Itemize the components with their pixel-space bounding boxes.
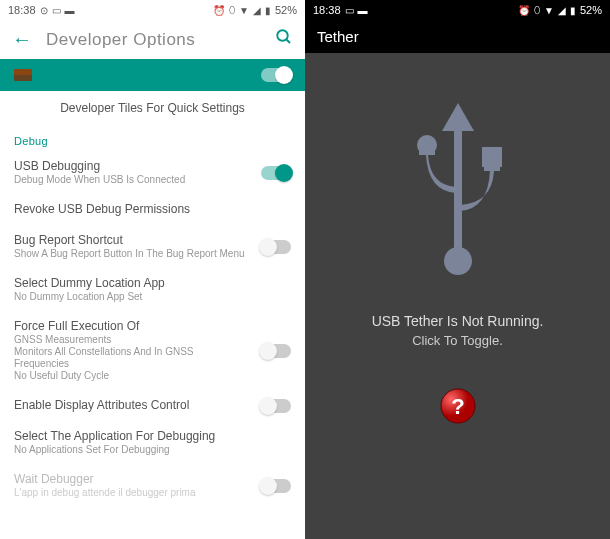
dummy-location-item[interactable]: Select Dummy Location App No Dummy Locat… (0, 268, 305, 311)
svg-text:?: ? (451, 394, 464, 419)
wifi-icon: ▼ (239, 5, 249, 16)
notification-icon: ▭ (52, 5, 61, 16)
tether-hint-text: Click To Toggle. (412, 333, 503, 348)
bug-report-toggle[interactable] (261, 240, 291, 254)
wait-debugger-item[interactable]: Wait Debugger L'app in debug attende il … (0, 464, 305, 507)
wait-debugger-title: Wait Debugger (14, 472, 249, 486)
wait-debugger-subtitle: L'app in debug attende il debugger prima (14, 487, 249, 499)
svg-marker-3 (442, 103, 474, 131)
main-toggle[interactable] (261, 68, 291, 82)
display-attrs-title: Enable Display Attributes Control (14, 398, 249, 412)
revoke-permissions-item[interactable]: Revoke USB Debug Permissions (0, 194, 305, 225)
dummy-location-title: Select Dummy Location App (14, 276, 291, 290)
help-icon[interactable]: ? (440, 388, 476, 424)
notification-icon: ⊙ (40, 5, 48, 16)
bug-report-title: Bug Report Shortcut (14, 233, 249, 247)
link-icon: ⬯ (229, 4, 235, 16)
wifi-icon: ▼ (544, 5, 554, 16)
debug-app-item[interactable]: Select The Application For Debugging No … (0, 421, 305, 464)
display-attrs-item[interactable]: Enable Display Attributes Control (0, 390, 305, 421)
debug-app-title: Select The Application For Debugging (14, 429, 291, 443)
tether-title: Tether (317, 28, 359, 45)
tether-screen: 18:38 ▭ ▬ ⏰ ⬯ ▼ ◢ ▮ 52% Tether (305, 0, 610, 539)
settings-content: Developer Tiles For Quick Settings Debug… (0, 91, 305, 539)
svg-point-0 (277, 30, 288, 41)
usb-debugging-item[interactable]: USB Debugging Debug Mode When USB Is Con… (0, 151, 305, 194)
usb-debugging-title: USB Debugging (14, 159, 249, 173)
app-header: ← Developer Options (0, 20, 305, 59)
wait-debugger-toggle[interactable] (261, 479, 291, 493)
usb-icon[interactable] (378, 83, 538, 283)
svg-line-1 (286, 39, 290, 43)
page-title: Developer Options (46, 30, 261, 50)
usb-debugging-toggle[interactable] (261, 166, 291, 180)
usb-debugging-subtitle: Debug Mode When USB Is Connected (14, 174, 249, 186)
signal-icon: ◢ (253, 5, 261, 16)
notification-icon: ▬ (358, 5, 368, 16)
signal-icon: ◢ (558, 5, 566, 16)
link-icon: ⬯ (534, 4, 540, 16)
bug-report-subtitle: Show A Bug Report Button In The Bug Repo… (14, 248, 249, 260)
back-arrow-icon[interactable]: ← (12, 28, 32, 51)
developer-options-screen: 18:38 ⊙ ▭ ▬ ⏰ ⬯ ▼ ◢ ▮ 52% ← Developer Op… (0, 0, 305, 539)
status-time: 18:38 (313, 4, 341, 16)
revoke-title: Revoke USB Debug Permissions (14, 202, 291, 216)
svg-rect-6 (482, 147, 502, 167)
dummy-location-subtitle: No Dummy Location App Set (14, 291, 291, 303)
gnss-subtitle1: GNSS Measurements (14, 334, 249, 346)
bug-report-item[interactable]: Bug Report Shortcut Show A Bug Report Bu… (0, 225, 305, 268)
notification-icon: ▬ (65, 5, 75, 16)
gnss-subtitle2: Monitors All Constellations And In GNSS … (14, 346, 249, 370)
svg-point-5 (417, 135, 437, 155)
alarm-icon: ⏰ (518, 5, 530, 16)
main-toggle-banner (0, 59, 305, 91)
banner-icon (14, 69, 32, 81)
status-bar: 18:38 ⊙ ▭ ▬ ⏰ ⬯ ▼ ◢ ▮ 52% (0, 0, 305, 20)
alarm-icon: ⏰ (213, 5, 225, 16)
display-attrs-toggle[interactable] (261, 399, 291, 413)
battery-icon: ▮ (570, 5, 576, 16)
status-bar: 18:38 ▭ ▬ ⏰ ⬯ ▼ ◢ ▮ 52% (305, 0, 610, 20)
tether-status-text: USB Tether Is Not Running. (372, 313, 544, 329)
status-time: 18:38 (8, 4, 36, 16)
debug-section-header: Debug (0, 125, 305, 151)
gnss-item[interactable]: Force Full Execution Of GNSS Measurement… (0, 311, 305, 390)
gnss-subtitle3: No Useful Duty Cycle (14, 370, 249, 382)
battery-percent: 52% (275, 4, 297, 16)
search-icon[interactable] (275, 28, 293, 51)
gnss-title: Force Full Execution Of (14, 319, 249, 333)
quick-settings-tiles[interactable]: Developer Tiles For Quick Settings (0, 91, 305, 125)
tether-header: Tether (305, 20, 610, 53)
battery-icon: ▮ (265, 5, 271, 16)
gnss-toggle[interactable] (261, 344, 291, 358)
tether-body: USB Tether Is Not Running. Click To Togg… (305, 53, 610, 539)
notification-icon: ▭ (345, 5, 354, 16)
battery-percent: 52% (580, 4, 602, 16)
svg-point-4 (444, 247, 472, 275)
debug-app-subtitle: No Applications Set For Debugging (14, 444, 291, 456)
